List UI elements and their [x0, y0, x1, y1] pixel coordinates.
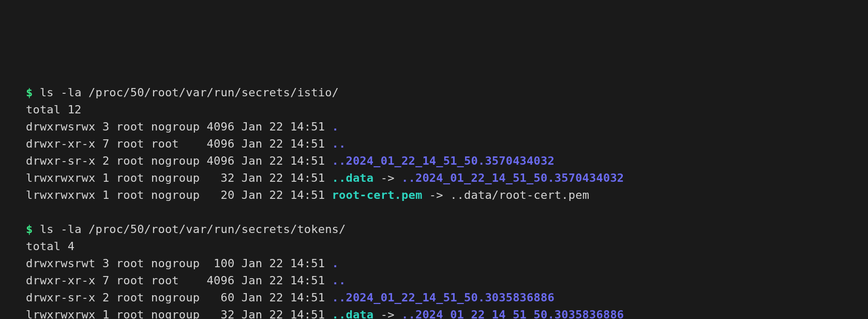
ls-row-meta: drwxrwsrwt 3 root nogroup 100 Jan 22 14:… [26, 257, 332, 270]
ls-row-meta: drwxr-xr-x 7 root root 4096 Jan 22 14:51 [26, 137, 332, 150]
ls-row-meta: drwxr-xr-x 7 root root 4096 Jan 22 14:51 [26, 274, 332, 287]
ls-target: ..data/root-cert.pem [450, 189, 589, 201]
prompt-symbol: $ [26, 86, 33, 99]
ls-row: drwxr-sr-x 2 root nogroup 60 Jan 22 14:5… [26, 289, 842, 306]
ls-row: drwxr-sr-x 2 root nogroup 4096 Jan 22 14… [26, 152, 842, 169]
ls-row: lrwxrwxrwx 1 root nogroup 32 Jan 22 14:5… [26, 306, 842, 319]
ls-row: lrwxrwxrwx 1 root nogroup 32 Jan 22 14:5… [26, 169, 842, 186]
ls-name-symlink: ..data [332, 308, 374, 319]
ls-row-meta: lrwxrwxrwx 1 root nogroup 32 Jan 22 14:5… [26, 308, 332, 319]
ls-row: drwxr-xr-x 7 root root 4096 Jan 22 14:51… [26, 135, 842, 152]
ls-arrow: -> [373, 308, 401, 319]
ls-row: drwxrwsrwt 3 root nogroup 100 Jan 22 14:… [26, 255, 842, 272]
ls-name-dir: . [332, 257, 339, 270]
ls-name-symlink: ..data [332, 171, 374, 184]
total-line: total 12 [26, 101, 842, 118]
ls-row-meta: lrwxrwxrwx 1 root nogroup 32 Jan 22 14:5… [26, 171, 332, 184]
ls-name-dir: . [332, 120, 339, 133]
command-line: $ ls -la /proc/50/root/var/run/secrets/t… [26, 221, 842, 238]
command-line: $ ls -la /proc/50/root/var/run/secrets/i… [26, 84, 842, 101]
total-line: total 4 [26, 238, 842, 255]
ls-target-dir: ..2024_01_22_14_51_50.3570434032 [401, 171, 624, 184]
command-text: ls -la /proc/50/root/var/run/secrets/ist… [40, 86, 339, 99]
ls-name-dir: .. [332, 137, 346, 150]
ls-row-meta: lrwxrwxrwx 1 root nogroup 20 Jan 22 14:5… [26, 189, 332, 201]
ls-arrow: -> [373, 171, 401, 184]
ls-name-symlink: root-cert.pem [332, 189, 423, 201]
ls-row: drwxr-xr-x 7 root root 4096 Jan 22 14:51… [26, 272, 842, 289]
ls-row-meta: drwxr-sr-x 2 root nogroup 60 Jan 22 14:5… [26, 291, 332, 304]
blank-line [26, 204, 842, 221]
ls-row: drwxrwsrwx 3 root nogroup 4096 Jan 22 14… [26, 118, 842, 135]
ls-row-meta: drwxr-sr-x 2 root nogroup 4096 Jan 22 14… [26, 154, 332, 167]
ls-row: lrwxrwxrwx 1 root nogroup 20 Jan 22 14:5… [26, 186, 842, 204]
prompt-symbol: $ [26, 223, 33, 236]
ls-name-dir: ..2024_01_22_14_51_50.3570434032 [332, 154, 555, 167]
ls-row-meta: drwxrwsrwx 3 root nogroup 4096 Jan 22 14… [26, 120, 332, 133]
ls-target-dir: ..2024_01_22_14_51_50.3035836886 [401, 308, 624, 319]
terminal-output: $ ls -la /proc/50/root/var/run/secrets/i… [26, 84, 842, 319]
ls-name-dir: .. [332, 274, 346, 287]
command-text: ls -la /proc/50/root/var/run/secrets/tok… [40, 223, 346, 236]
ls-arrow: -> [422, 189, 450, 201]
ls-name-dir: ..2024_01_22_14_51_50.3035836886 [332, 291, 555, 304]
